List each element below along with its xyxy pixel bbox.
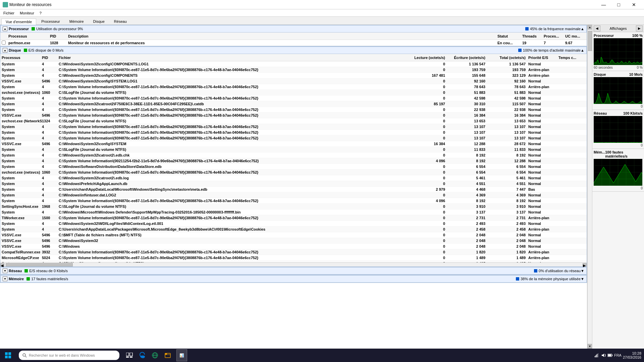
disk-table-row[interactable]: System 4 C:\System Volume Information\{9…: [0, 96, 587, 101]
disk-table-row[interactable]: System 4 C:\System Volume Information\{9…: [0, 84, 587, 90]
v-scroll-up[interactable]: ▲: [588, 25, 592, 29]
disk-col-file[interactable]: Fichier: [59, 56, 408, 60]
disk-col-proc[interactable]: Processus: [2, 56, 42, 60]
v-scroll-thumb[interactable]: [588, 31, 592, 51]
taskbar-search[interactable]: [19, 351, 119, 360]
memory-section-header[interactable]: ▼ Mémoire 17 fautes matérielles/s 38% de…: [0, 275, 587, 283]
disk-table-row[interactable]: System 4 C:\Users\richard\AppData\Local\…: [0, 187, 587, 192]
network-expand-icon[interactable]: ▼: [3, 268, 7, 273]
disk-table-row[interactable]: System 4 C:\System Volume Information\{9…: [0, 67, 587, 73]
disk-table-row[interactable]: System 4 C:\$BitMap (Mappage d'espace di…: [0, 261, 587, 262]
disk-table-row[interactable]: System 4 C:\SLogFile (Journal du volume …: [0, 147, 587, 153]
disk-col-read[interactable]: Lecture (octets/s): [408, 56, 448, 60]
disk-row-proc: VSSVC.exe: [2, 239, 42, 243]
minimize-button[interactable]: —: [596, 0, 611, 9]
tab-reseau[interactable]: Réseau: [110, 18, 131, 24]
disk-table-row[interactable]: VSSVC.exe 5496 C:\System Volume Informat…: [0, 113, 587, 118]
proc-name-col[interactable]: Processus: [8, 34, 49, 38]
disk-table-row[interactable]: System 4 C:\System Volume Information\{9…: [0, 135, 587, 141]
disk-table-row[interactable]: VSSVC.exe 5496 C:\Windows\System32\confi…: [0, 78, 587, 84]
disk-expand-icon[interactable]: ▲: [3, 48, 7, 53]
disk-collapse[interactable]: ▲: [581, 48, 584, 52]
maximize-button[interactable]: □: [611, 0, 626, 9]
proc-proc-col[interactable]: Proces...: [544, 34, 564, 38]
task-view-button[interactable]: [123, 349, 136, 361]
disk-table-row[interactable]: svchost.exe (netsvcs) 1060 C:\SLogFile (…: [0, 90, 587, 96]
disk-table-row[interactable]: System 4 C:\System Volume Information\{9…: [0, 124, 587, 130]
disk-table-row[interactable]: VSSVC.exe 5496 C:\Windows\System32\confi…: [0, 141, 587, 147]
horizontal-scrollbar[interactable]: ◀ ▶: [0, 262, 587, 266]
right-nav-prev[interactable]: ◀: [594, 25, 600, 32]
network-collapse[interactable]: ▼: [581, 269, 584, 273]
proc-cpu-col[interactable]: UC mo...: [565, 34, 585, 38]
disk-table-row[interactable]: System 4 C:\Windows\System32\config\COMP…: [0, 73, 587, 78]
disk-table-row[interactable]: System 4 C:\Windows\System32\config\COMP…: [0, 61, 587, 67]
tab-processeur[interactable]: Processeur: [37, 18, 64, 24]
disk-row-proc: svchost.exe (NetworkService): [2, 119, 42, 123]
disk-table-row[interactable]: System 4 C:\Windows\System32\catroot2\F7…: [0, 101, 587, 107]
disk-table-row[interactable]: svchost.exe (netsvcs) 1060 C:\System Vol…: [0, 170, 587, 175]
disk-row-proc: System: [2, 227, 42, 231]
disk-table-row[interactable]: System 4 C:\Windows\inf\intuser.dat.LOG2…: [0, 192, 587, 198]
disk-table-row[interactable]: System 4 C:\Windows\System32\catroot2\.e…: [0, 175, 587, 181]
proc-row[interactable]: perfmon.exe 1028 Moniteur de ressources …: [0, 40, 587, 46]
disk-col-total[interactable]: Total (octets/s): [488, 56, 528, 60]
disk-row-pid: 4: [42, 199, 59, 203]
v-scroll-down[interactable]: ▼: [588, 344, 592, 349]
h-scroll-right[interactable]: ▶: [583, 263, 587, 266]
h-scroll-thumb[interactable]: [6, 263, 73, 266]
memory-collapse[interactable]: ▼: [581, 277, 584, 281]
disk-table-row[interactable]: VSSVC.exe 5496 C:\Windows 0 2 048 2 048 …: [0, 244, 587, 249]
disk-table-row[interactable]: VSSVC.exe 5496 C:\$MFT (Table de fichier…: [0, 232, 587, 238]
disk-table-row[interactable]: CompatTelRunner.exe 3932 C:\System Volum…: [0, 249, 587, 255]
network-section-header[interactable]: ▼ Réseau E/S réseau de 0 Kbits/s 0% d'ut…: [0, 267, 587, 275]
disk-col-time[interactable]: Temps c...: [558, 56, 585, 60]
h-scroll-left[interactable]: ◀: [0, 263, 4, 266]
disk-table-row[interactable]: TiWorker.exe 1500 C:\System Volume Infor…: [0, 215, 587, 221]
disk-table-row[interactable]: System 4 C:\Windows\System32\catroot2\.e…: [0, 153, 587, 158]
taskbar-clock[interactable]: 10:28 27/03/2016: [623, 351, 641, 359]
disk-table-row[interactable]: System 4 C:\System Volume Information\{0…: [0, 158, 587, 164]
tab-disque[interactable]: Disque: [89, 18, 109, 24]
disk-table-row[interactable]: System 4 C:\System Volume Information\{9…: [0, 107, 587, 113]
memory-expand-icon[interactable]: ▼: [3, 277, 7, 281]
disk-table-row[interactable]: System 4 C:\System Volume Information\{9…: [0, 130, 587, 135]
menu-moniteur[interactable]: Moniteur: [18, 10, 36, 16]
disk-table-row[interactable]: System 4 C:\Windows\System32\WDI\LogFile…: [0, 221, 587, 227]
disk-table-row[interactable]: System 4 C:\Windows\Prefetch\AgAppLaunch…: [0, 181, 587, 187]
processor-collapse[interactable]: ▲: [581, 27, 584, 31]
edge-icon-button[interactable]: [136, 349, 148, 361]
menu-fichier[interactable]: Fichier: [1, 10, 16, 16]
proc-checkbox[interactable]: [2, 41, 6, 45]
proc-threads-col[interactable]: Threads: [522, 34, 542, 38]
proc-status-col[interactable]: Statut: [497, 34, 521, 38]
vertical-scrollbar[interactable]: ▲ ▼: [587, 25, 592, 349]
disk-table-row[interactable]: System 4 C:\Windows\Microsoft\Windows De…: [0, 209, 587, 215]
disk-table-row[interactable]: System 4 C:\Users\richard\AppData\Local\…: [0, 227, 587, 232]
disk-table-row[interactable]: SettingSyncHost.exe 1968 C:\SLogFile (Jo…: [0, 204, 587, 209]
menu-help[interactable]: ?: [38, 10, 44, 16]
processor-expand-icon[interactable]: ▲: [3, 26, 7, 31]
ie-icon-button[interactable]: [149, 349, 161, 361]
proc-desc-col[interactable]: Description: [68, 34, 496, 38]
disk-table-row[interactable]: VSSVC.exe 5496 C:\Windows\System32 0 2 0…: [0, 238, 587, 244]
tab-memoire[interactable]: Mémoire: [65, 18, 88, 24]
disk-rows-container[interactable]: System 4 C:\Windows\System32\config\COMP…: [0, 61, 587, 262]
disk-col-priority[interactable]: Priorité E/S: [528, 56, 558, 60]
disk-table-row[interactable]: MicrosoftEdgeCP.exe 5024 C:\System Volum…: [0, 255, 587, 261]
right-nav-next[interactable]: ▶: [636, 25, 643, 32]
proc-pid-col[interactable]: PID: [50, 34, 67, 38]
start-button[interactable]: [0, 349, 16, 362]
disk-table-row[interactable]: svchost.exe (NetworkService) 1324 C:\SLo…: [0, 118, 587, 124]
explorer-icon-button[interactable]: [162, 349, 174, 361]
processor-section-header[interactable]: ▲ Processeur Utilisation du processeur 9…: [0, 25, 587, 33]
disk-section-header[interactable]: ▲ Disque E/S disque de 0 Mo/s 100% de te…: [0, 47, 587, 54]
close-button[interactable]: ✕: [626, 0, 641, 9]
tab-vue-ensemble[interactable]: Vue d'ensemble: [1, 18, 36, 25]
disk-col-write[interactable]: Écriture (octets/s): [448, 56, 488, 60]
disk-table-row[interactable]: System 4 C:\Windows\SoftwareDistribution…: [0, 164, 587, 170]
search-input[interactable]: [29, 353, 116, 357]
resource-monitor-taskbar[interactable]: 📊: [176, 349, 187, 361]
disk-table-row[interactable]: System 4 C:\System Volume Information\{9…: [0, 198, 587, 204]
disk-col-pid[interactable]: PID: [42, 56, 59, 60]
